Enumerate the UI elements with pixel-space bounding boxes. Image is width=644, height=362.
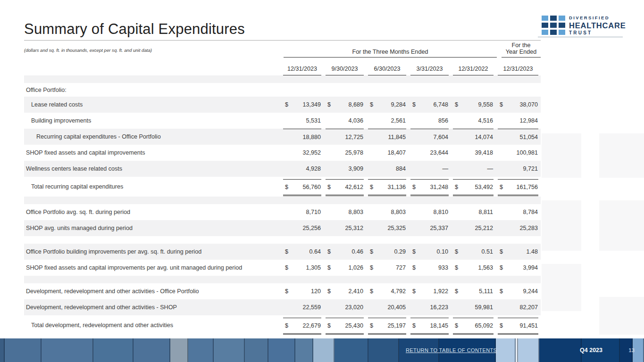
cell: $31,248 <box>409 177 451 197</box>
cell-value: 18,407 <box>387 149 406 156</box>
watermark-block <box>599 297 644 335</box>
cell: 23,020 <box>324 299 366 315</box>
dollar-sign: $ <box>410 101 416 108</box>
cell-value: 8,689 <box>348 101 364 108</box>
cell-value: 856 <box>438 117 449 124</box>
cell: $2,410 <box>324 283 366 299</box>
cell-value: 8,784 <box>523 209 538 215</box>
table-row: SHOP fixed assets and capital improvemen… <box>24 260 541 276</box>
cell-value: 65,092 <box>475 322 493 329</box>
logo-divider <box>538 37 623 37</box>
cell: 39,418 <box>451 145 496 161</box>
cell-value: 8,803 <box>348 209 364 215</box>
logo-squares-icon <box>542 16 565 35</box>
row-label: Office Portfolio: <box>24 87 541 93</box>
building-panel <box>0 338 5 362</box>
cell-value: 4,792 <box>391 288 406 295</box>
cell: $9,284 <box>366 97 409 113</box>
row-label: Wellness centers lease related costs <box>24 165 281 172</box>
dollar-sign: $ <box>283 248 288 255</box>
cell-value: 5,531 <box>306 117 321 124</box>
logo-line-diversified: DIVERSIFIED <box>569 16 626 20</box>
logo-wordmark: DIVERSIFIED HEALTHCARE TRUST <box>569 15 626 35</box>
building-panel <box>496 338 516 362</box>
cell-value: — <box>442 165 449 172</box>
watermark-block <box>542 200 581 251</box>
table-row: Lease related costs$13,349$8,689$9,284$6… <box>24 97 541 113</box>
cell: $42,612 <box>324 177 366 197</box>
cell-value: 2,561 <box>391 117 406 124</box>
cell: 25,978 <box>324 145 366 161</box>
building-panel <box>335 338 368 362</box>
cell: 25,283 <box>496 220 541 236</box>
cell-value: 22,679 <box>302 322 321 329</box>
dollar-sign: $ <box>410 322 416 329</box>
cell: 14,074 <box>451 129 496 145</box>
dollar-sign: $ <box>368 101 373 108</box>
building-panel <box>539 338 582 362</box>
cell: $13,349 <box>281 97 324 113</box>
column-header-date: 3/31/2023 <box>409 66 451 75</box>
dollar-sign: $ <box>326 264 331 271</box>
building-panel <box>368 338 399 362</box>
cell: 2,561 <box>366 113 409 129</box>
cell-value: 1,922 <box>433 288 449 295</box>
return-to-toc-link[interactable]: RETURN TO TABLE OF CONTENTS <box>406 347 497 353</box>
cell: $9,558 <box>451 97 496 113</box>
dollar-sign: $ <box>453 288 458 295</box>
cell-value: 11,845 <box>388 134 406 140</box>
cell-value: 100,981 <box>516 149 538 156</box>
row-label: Development, redevelopment and other act… <box>24 304 281 311</box>
cell-value: 13,349 <box>302 101 321 108</box>
building-panel <box>188 338 214 362</box>
column-header-date: 9/30/2023 <box>324 66 366 75</box>
cell: $9,244 <box>496 283 541 299</box>
cell-value: 5,111 <box>479 288 493 295</box>
cell: 4,928 <box>281 161 324 177</box>
cell-value: 1,563 <box>478 264 493 271</box>
cell-value: 51,054 <box>519 134 538 140</box>
cell: 8,710 <box>281 204 324 220</box>
cell-value: 12,725 <box>345 134 364 140</box>
cell: 7,604 <box>409 129 451 145</box>
cell: 25,312 <box>324 220 366 236</box>
cell-value: 4,928 <box>306 165 321 172</box>
cell-value: 1,305 <box>306 264 321 271</box>
cell-value: 22,559 <box>302 304 321 311</box>
cell-value: 0.51 <box>481 248 493 255</box>
row-label: Total recurring capital expenditures <box>24 183 281 190</box>
cell: 16,223 <box>409 299 451 315</box>
cell-value: 82,207 <box>519 304 538 311</box>
cell: 25,325 <box>366 220 409 236</box>
cell-value: 161,756 <box>516 184 538 190</box>
cell-value: 23,020 <box>345 304 364 311</box>
row-label: SHOP fixed assets and capital improvemen… <box>24 264 281 271</box>
building-panel <box>5 338 42 362</box>
cell: $53,492 <box>451 177 496 197</box>
cell: $1,922 <box>409 283 451 299</box>
cell-value: 16,223 <box>430 304 449 311</box>
cell: 25,337 <box>409 220 451 236</box>
cell-value: 25,325 <box>387 225 406 231</box>
table-row: Development, redevelopment and other act… <box>24 299 541 315</box>
row-label: Total development, redevelopment and oth… <box>24 322 281 329</box>
cell: 9,721 <box>496 161 541 177</box>
building-panel <box>268 338 295 362</box>
table-row: SHOP fixed assets and capital improvemen… <box>24 145 541 161</box>
cell-value: 31,248 <box>430 184 449 190</box>
building-panel <box>42 338 93 362</box>
cell: $31,136 <box>366 177 409 197</box>
cell: 18,407 <box>366 145 409 161</box>
cell: 4,516 <box>451 113 496 129</box>
cell-value: 1.48 <box>526 248 538 255</box>
column-header-date: 12/31/2023 <box>496 66 541 75</box>
cell-value: 8,810 <box>433 209 449 215</box>
cell: 11,845 <box>366 129 409 145</box>
cell: $1,305 <box>281 260 324 276</box>
cell-value: 25,978 <box>345 149 364 156</box>
table-row: Development, redevelopment and other act… <box>24 283 541 299</box>
cell-value: 9,721 <box>523 165 538 172</box>
row-label: Building improvements <box>24 117 281 124</box>
watermark-block <box>542 264 581 311</box>
cell: $3,994 <box>496 260 541 276</box>
